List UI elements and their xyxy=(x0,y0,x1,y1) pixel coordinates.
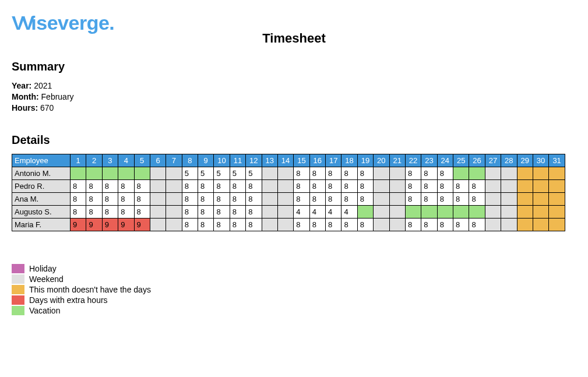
day-header: 14 xyxy=(277,154,293,167)
day-cell: 8 xyxy=(198,218,214,231)
table-row: Augusto S.88888888884444 xyxy=(12,205,565,218)
day-cell: 8 xyxy=(421,218,437,231)
timesheet-table: Employee 1234567891011121314151617181920… xyxy=(12,154,565,231)
day-cell: 8 xyxy=(421,167,437,179)
day-cell: 8 xyxy=(357,179,373,192)
day-cell: 5 xyxy=(230,167,245,179)
day-header: 27 xyxy=(485,154,501,167)
day-cell xyxy=(118,167,134,179)
day-cell xyxy=(374,205,389,218)
day-cell: 4 xyxy=(341,205,357,218)
day-cell: 8 xyxy=(357,218,373,231)
day-cell xyxy=(166,205,182,218)
day-cell xyxy=(374,167,389,179)
day-cell: 8 xyxy=(326,167,341,179)
day-header: 22 xyxy=(405,154,421,167)
day-cell: 8 xyxy=(230,205,245,218)
day-cell: 9 xyxy=(118,218,134,231)
day-cell: 8 xyxy=(469,179,485,192)
day-cell: 8 xyxy=(469,192,485,205)
day-header: 30 xyxy=(533,154,548,167)
table-row: Pedro R.88888888888888888888 xyxy=(12,179,565,192)
day-cell: 8 xyxy=(309,179,325,192)
day-cell xyxy=(533,192,548,205)
table-header-row: Employee 1234567891011121314151617181920… xyxy=(12,154,565,167)
day-cell xyxy=(453,205,469,218)
day-header: 24 xyxy=(437,154,453,167)
day-cell: 8 xyxy=(71,179,86,192)
year-label: Year: xyxy=(12,81,31,90)
day-cell: 8 xyxy=(326,179,341,192)
legend-label-vacation: Vacation xyxy=(29,306,60,315)
day-cell xyxy=(517,218,533,231)
day-cell: 8 xyxy=(294,179,309,192)
day-cell: 8 xyxy=(102,205,118,218)
table-row: Antonio M.5555588888888 xyxy=(12,167,565,179)
brand-text: iseverge. xyxy=(31,12,114,34)
day-cell: 5 xyxy=(182,167,198,179)
day-header: 17 xyxy=(326,154,341,167)
day-header: 7 xyxy=(166,154,182,167)
day-cell xyxy=(437,205,453,218)
day-cell: 8 xyxy=(357,192,373,205)
day-cell: 9 xyxy=(102,218,118,231)
day-cell: 4 xyxy=(326,205,341,218)
day-cell xyxy=(262,218,277,231)
day-cell: 8 xyxy=(230,179,245,192)
day-cell xyxy=(150,192,166,205)
employee-name-cell: Ana M. xyxy=(12,192,71,205)
day-cell: 8 xyxy=(246,205,262,218)
day-cell xyxy=(485,205,501,218)
day-cell xyxy=(549,179,565,192)
day-cell xyxy=(469,167,485,179)
day-cell: 9 xyxy=(86,218,102,231)
legend-item-extra: Days with extra hours xyxy=(12,295,576,305)
legend-label-nodays: This month doesn't have the days xyxy=(29,285,151,294)
day-header: 2 xyxy=(86,154,102,167)
month-label: Month: xyxy=(12,92,39,101)
day-cell xyxy=(405,205,421,218)
day-header: 21 xyxy=(389,154,405,167)
day-cell xyxy=(102,167,118,179)
day-cell: 8 xyxy=(437,192,453,205)
day-cell xyxy=(389,167,405,179)
table-body: Antonio M.5555588888888Pedro R.888888888… xyxy=(12,167,565,231)
day-cell: 8 xyxy=(118,205,134,218)
day-cell: 8 xyxy=(294,167,309,179)
day-cell xyxy=(262,167,277,179)
swatch-holiday xyxy=(12,264,24,273)
legend: Holiday Weekend This month doesn't have … xyxy=(12,264,576,315)
day-header: 6 xyxy=(150,154,166,167)
day-cell: 8 xyxy=(309,167,325,179)
day-header: 29 xyxy=(517,154,533,167)
day-cell: 8 xyxy=(230,218,245,231)
day-cell xyxy=(150,167,166,179)
day-header: 5 xyxy=(134,154,150,167)
day-cell: 8 xyxy=(134,179,150,192)
legend-item-holiday: Holiday xyxy=(12,264,576,273)
day-cell: 8 xyxy=(198,205,214,218)
day-cell: 8 xyxy=(405,218,421,231)
day-cell xyxy=(501,179,517,192)
day-header: 31 xyxy=(549,154,565,167)
day-cell: 8 xyxy=(71,205,86,218)
day-cell xyxy=(485,167,501,179)
day-cell: 8 xyxy=(341,218,357,231)
legend-item-nodays: This month doesn't have the days xyxy=(12,285,576,294)
day-cell xyxy=(277,218,293,231)
day-cell: 8 xyxy=(102,179,118,192)
day-cell: 8 xyxy=(326,218,341,231)
day-cell: 9 xyxy=(71,218,86,231)
day-cell xyxy=(501,192,517,205)
hours-label: Hours: xyxy=(12,103,38,112)
day-cell xyxy=(277,167,293,179)
day-cell: 8 xyxy=(86,205,102,218)
day-header: 13 xyxy=(262,154,277,167)
day-cell: 8 xyxy=(214,218,230,231)
day-header: 28 xyxy=(501,154,517,167)
day-cell xyxy=(166,179,182,192)
day-cell xyxy=(262,205,277,218)
day-header: 26 xyxy=(469,154,485,167)
day-cell: 8 xyxy=(341,192,357,205)
day-cell: 8 xyxy=(182,179,198,192)
